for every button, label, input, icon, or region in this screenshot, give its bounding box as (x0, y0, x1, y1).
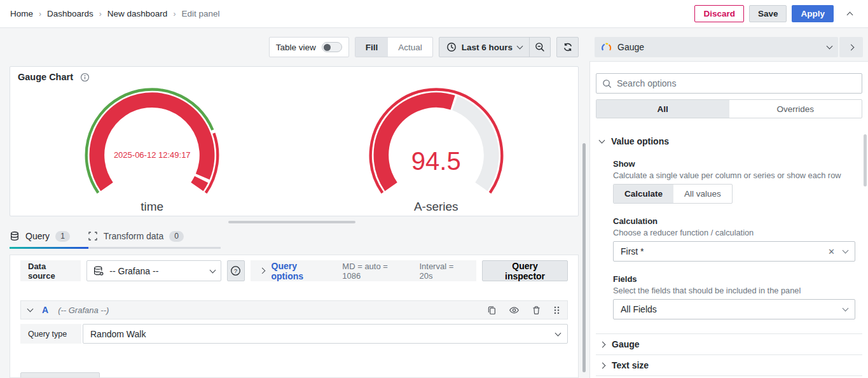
breadcrumb-home[interactable]: Home (10, 9, 33, 18)
options-scrollbar[interactable] (864, 134, 867, 186)
fields-select[interactable]: All Fields (613, 299, 855, 319)
collapsed-sections: Gauge Text size Standard options (596, 333, 862, 378)
fields-value: All Fields (621, 304, 657, 314)
query-type-label: Query type (20, 324, 81, 344)
save-button[interactable]: Save (749, 5, 787, 22)
section-gauge[interactable]: Gauge (596, 333, 862, 354)
breadcrumb-dashboards[interactable]: Dashboards (47, 9, 93, 18)
panel-options-pane: Gauge All Overrides Value options (589, 28, 868, 378)
chevron-down-icon (517, 43, 523, 50)
datasource-help-button[interactable]: ? (227, 260, 245, 281)
delete-query-trash-icon[interactable] (532, 305, 541, 315)
datasource-database-icon (93, 265, 104, 277)
visualization-row: Gauge (595, 37, 863, 57)
section-text-size[interactable]: Text size (596, 354, 862, 375)
calculation-description: Choose a reducer function / calculation (613, 228, 855, 237)
datasource-picker[interactable]: -- Grafana -- (86, 260, 221, 281)
tab-transform-label: Transform data (104, 231, 163, 241)
show-label: Show (613, 159, 855, 169)
info-icon[interactable] (80, 73, 90, 82)
toggle-pane-button[interactable] (839, 37, 863, 57)
toggle-knob-icon (324, 44, 331, 51)
fields-label: Fields (613, 274, 855, 284)
chevron-right-icon (600, 341, 606, 347)
apply-button[interactable]: Apply (792, 5, 834, 22)
value-options-section-header[interactable]: Value options (600, 136, 862, 146)
time-range-picker[interactable]: Last 6 hours (439, 38, 529, 57)
actual-option[interactable]: Actual (388, 38, 432, 57)
tab-transform-data[interactable]: Transform data 0 (88, 226, 184, 249)
interval-value: Interval = 20s (419, 262, 467, 281)
question-circle-icon: ? (230, 265, 241, 276)
all-values-option[interactable]: All values (673, 185, 732, 203)
refresh-icon (563, 42, 573, 52)
query-inspector-button[interactable]: Query inspector (482, 260, 568, 281)
collapse-header-button[interactable] (841, 6, 858, 22)
tab-query[interactable]: Query 1 (10, 226, 70, 249)
calculate-option[interactable]: Calculate (614, 185, 673, 203)
chevron-down-icon (827, 43, 833, 50)
value-options-content: Show Calculate a single value per column… (596, 159, 862, 319)
table-view-toggle[interactable] (322, 42, 342, 52)
zoom-out-time-button[interactable] (529, 38, 550, 57)
zoom-out-icon (535, 42, 545, 52)
resize-handle[interactable] (228, 221, 355, 223)
query-type-value: Random Walk (90, 329, 146, 339)
section-standard-options[interactable]: Standard options (596, 375, 862, 378)
options-pane-body: All Overrides Value options Show Calcula… (589, 61, 868, 378)
fields-description: Select the fields that should be include… (613, 286, 855, 295)
query-options-label: Query options (272, 261, 329, 281)
active-tab-underline (10, 247, 88, 249)
search-icon (602, 79, 612, 88)
chevron-down-icon (210, 267, 216, 273)
gauge-arc (364, 87, 509, 199)
workspace: Table view Fill Actual Last 6 hours (0, 28, 868, 378)
visualization-picker[interactable]: Gauge (595, 37, 838, 57)
calculation-value: First * (621, 246, 644, 256)
refresh-button[interactable] (556, 37, 579, 57)
panel-toolbar: Table view Fill Actual Last 6 hours (5, 37, 579, 57)
vertical-scrollbar[interactable] (582, 143, 586, 372)
visualization-name: Gauge (617, 42, 644, 52)
datasource-row: Data source -- Grafana -- ? Q (20, 260, 568, 281)
chevron-down-icon (599, 137, 605, 144)
calculation-label: Calculation (613, 216, 855, 226)
table-view-control: Table view (269, 37, 349, 57)
gauges-container: 2025-06-12 12:49:17 time 94.5 A-series (10, 87, 578, 214)
query-options-toggle[interactable]: Query options (260, 261, 329, 281)
section-text-size-title: Text size (612, 360, 649, 370)
duplicate-query-icon[interactable] (487, 305, 497, 315)
query-type-select[interactable]: Random Walk (83, 324, 568, 344)
query-editor: Data source -- Grafana -- ? Q (10, 255, 579, 378)
chevron-right-icon: › (39, 10, 41, 18)
datasource-value: -- Grafana -- (109, 266, 158, 276)
gauge-series-label: time (141, 200, 163, 214)
time-range-label: Last 6 hours (462, 43, 513, 52)
panel-edit-area: Table view Fill Actual Last 6 hours (0, 28, 584, 378)
gauge-series-label: A-series (414, 200, 458, 214)
breadcrumb-new-dashboard[interactable]: New dashboard (107, 9, 168, 18)
add-query-button[interactable] (20, 372, 100, 378)
gauge-value: 2025-06-12 12:49:17 (54, 150, 250, 160)
editor-tabs: Query 1 Transform data 0 (10, 226, 221, 249)
discard-button[interactable]: Discard (694, 5, 744, 22)
query-ref-id: A (42, 305, 48, 315)
gauge-viz-icon (601, 42, 612, 53)
gauge-arc (79, 87, 224, 199)
fill-option[interactable]: Fill (355, 38, 389, 57)
gauge-value: 94.5 (338, 147, 534, 176)
fields-field: Fields Select the fields that should be … (613, 274, 855, 319)
tab-all[interactable]: All (596, 100, 729, 118)
panel-title: Gauge Chart (18, 72, 73, 82)
hide-response-eye-icon[interactable] (509, 305, 520, 316)
drag-handle-icon[interactable] (553, 305, 560, 315)
fill-actual-switch: Fill Actual (355, 37, 433, 57)
section-gauge-title: Gauge (612, 339, 640, 349)
calculation-select[interactable]: First * ✕ (613, 241, 855, 262)
clear-icon[interactable]: ✕ (828, 248, 835, 256)
chevron-up-icon (846, 11, 853, 18)
tab-overrides[interactable]: Overrides (729, 100, 862, 118)
query-row-header[interactable]: A (-- Grafana --) (20, 300, 568, 319)
query-row-actions (487, 305, 560, 316)
options-search-input[interactable] (617, 78, 856, 88)
